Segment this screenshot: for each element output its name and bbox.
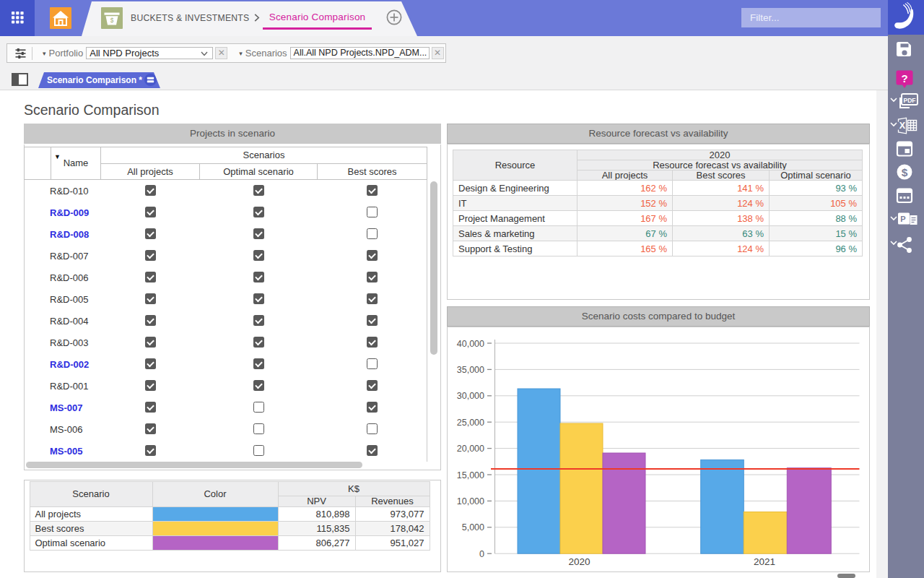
svg-text:10,000: 10,000 bbox=[457, 496, 484, 506]
svg-text:20,000: 20,000 bbox=[457, 444, 484, 454]
svg-text:?: ? bbox=[901, 72, 907, 85]
svg-text:5,000: 5,000 bbox=[462, 522, 484, 532]
svg-text:40,000: 40,000 bbox=[457, 339, 484, 349]
svg-text:P: P bbox=[900, 215, 905, 223]
svg-text:2020: 2020 bbox=[568, 556, 590, 567]
svg-text:$: $ bbox=[902, 166, 908, 178]
svg-text:15,000: 15,000 bbox=[457, 470, 484, 480]
svg-text:0: 0 bbox=[479, 549, 484, 559]
svg-text:30,000: 30,000 bbox=[457, 391, 484, 401]
svg-text:$: $ bbox=[110, 17, 114, 24]
svg-text:PDF: PDF bbox=[904, 97, 916, 104]
svg-text:35,000: 35,000 bbox=[457, 365, 484, 375]
svg-text:2021: 2021 bbox=[754, 556, 775, 567]
svg-text:X: X bbox=[899, 121, 906, 131]
svg-text:25,000: 25,000 bbox=[457, 418, 484, 428]
